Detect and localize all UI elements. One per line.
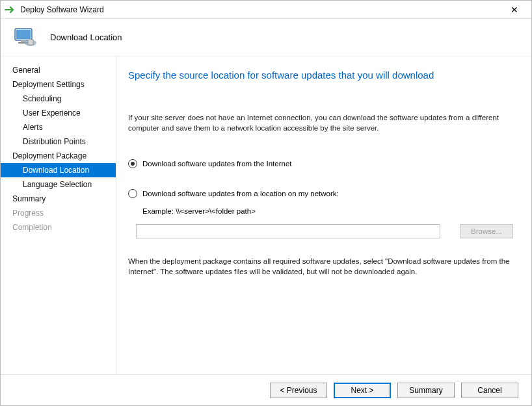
page-title: Download Location [50,32,122,42]
network-path-row: Browse... [136,224,513,238]
radio-icon [128,159,137,168]
sidebar-item-completion: Completion [1,220,116,235]
radio-label: Download software updates from the Inter… [142,160,292,168]
sidebar-item-general[interactable]: General [1,63,116,77]
note-text: When the deployment package contains all… [128,257,513,277]
sidebar-item-summary[interactable]: Summary [1,192,116,206]
close-button[interactable]: ✕ [501,1,527,19]
wizard-header: Download Location [1,19,531,57]
radio-download-internet[interactable]: Download software updates from the Inter… [128,159,513,168]
main-heading: Specify the source location for software… [128,70,513,81]
info-text: If your site server does not have an Int… [128,113,513,133]
sidebar-item-deployment-package[interactable]: Deployment Package [1,149,116,163]
svg-rect-1 [16,30,31,39]
summary-button[interactable]: Summary [397,383,455,398]
browse-button: Browse... [460,224,513,238]
sidebar-item-progress: Progress [1,206,116,220]
monitor-icon [12,25,38,51]
sidebar-item-scheduling[interactable]: Scheduling [1,92,116,106]
arrow-right-icon [5,5,16,14]
previous-button[interactable]: < Previous [270,383,327,398]
example-label: Example: \\<server>\<folder path> [142,207,513,215]
window-title: Deploy Software Wizard [20,5,104,14]
sidebar-item-deployment-settings[interactable]: Deployment Settings [1,77,116,92]
sidebar-item-user-experience[interactable]: User Experience [1,106,116,120]
radio-icon [128,189,137,198]
network-path-input[interactable] [136,224,440,238]
sidebar-item-download-location[interactable]: Download Location [1,163,116,177]
wizard-footer: < Previous Next > Summary Cancel [1,374,531,405]
radio-label: Download software updates from a locatio… [142,190,339,197]
sidebar-item-distribution-points[interactable]: Distribution Points [1,134,116,149]
sidebar-item-language-selection[interactable]: Language Selection [1,177,116,192]
titlebar: Deploy Software Wizard ✕ [1,1,531,19]
wizard-sidebar: GeneralDeployment SettingsSchedulingUser… [1,57,116,375]
cancel-button[interactable]: Cancel [461,383,518,398]
next-button[interactable]: Next > [334,383,391,398]
sidebar-item-alerts[interactable]: Alerts [1,120,116,134]
main-panel: Specify the source location for software… [116,57,531,375]
radio-download-network[interactable]: Download software updates from a locatio… [128,189,513,198]
